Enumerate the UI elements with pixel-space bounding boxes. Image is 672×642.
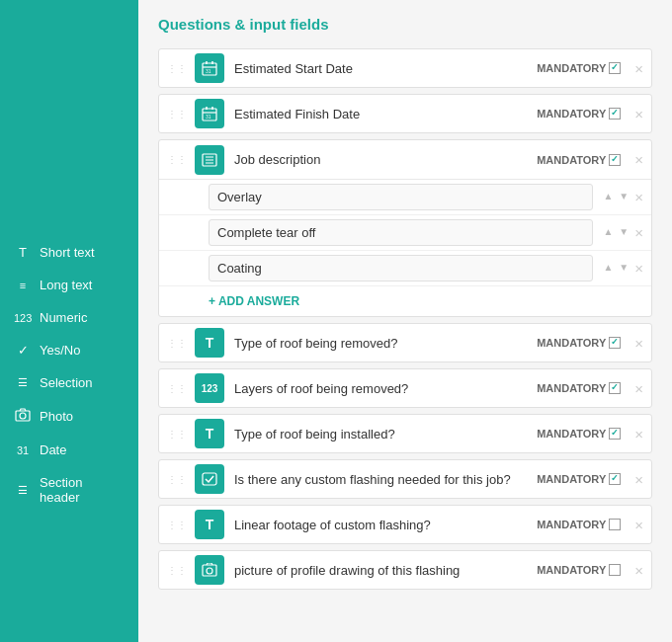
answer-controls: ▲ ▼ × xyxy=(601,261,643,276)
remove-button[interactable]: × xyxy=(634,563,643,578)
answer-input[interactable] xyxy=(209,255,593,281)
mandatory-checkbox[interactable] xyxy=(609,108,621,120)
drag-handle[interactable]: ⋮⋮ xyxy=(167,383,187,394)
drag-handle[interactable]: ⋮⋮ xyxy=(167,474,187,485)
photo-field-icon xyxy=(195,555,224,585)
field-label: Layers of roof being removed? xyxy=(234,381,537,396)
sidebar-item-numeric[interactable]: 123 Numeric xyxy=(0,302,138,333)
question-row: ⋮⋮ Is there any custom flashing needed f… xyxy=(158,459,652,499)
mandatory-badge: MANDATORY xyxy=(537,473,621,485)
question-row: ⋮⋮ 31 Estimated Finish Date MANDATORY × xyxy=(158,94,652,133)
sidebar-item-label: Numeric xyxy=(40,310,87,325)
remove-answer-button[interactable]: × xyxy=(634,225,643,240)
section-header-icon: ☰ xyxy=(14,484,32,497)
long-text-icon: ≡ xyxy=(14,280,32,291)
move-up-button[interactable]: ▲ xyxy=(601,225,615,240)
answer-row: ▲ ▼ × xyxy=(159,180,651,215)
section-title: Questions & input fields xyxy=(158,16,652,33)
sidebar: T Short text ≡ Long text 123 Numeric ✓ Y… xyxy=(0,0,138,642)
drag-handle[interactable]: ⋮⋮ xyxy=(167,565,187,576)
mandatory-checkbox[interactable] xyxy=(609,154,621,166)
question-row: ⋮⋮ T Linear footage of custom flashing? … xyxy=(158,505,652,544)
add-answer-button[interactable]: + ADD ANSWER xyxy=(209,294,643,308)
drag-handle[interactable]: ⋮⋮ xyxy=(167,520,187,530)
remove-button[interactable]: × xyxy=(634,152,643,167)
remove-button[interactable]: × xyxy=(634,472,643,487)
drag-handle[interactable]: ⋮⋮ xyxy=(167,109,187,120)
question-row: ⋮⋮ picture of profile drawing of this fl… xyxy=(158,550,652,590)
mandatory-checkbox[interactable] xyxy=(609,564,621,576)
field-label: Type of roof being installed? xyxy=(234,427,537,441)
question-row: ⋮⋮ 31 Estimated Start Date MANDATORY × xyxy=(158,48,652,88)
mandatory-badge: MANDATORY xyxy=(537,108,621,120)
mandatory-checkbox[interactable] xyxy=(609,382,621,394)
drag-handle[interactable]: ⋮⋮ xyxy=(167,429,187,440)
sidebar-item-label: Section header xyxy=(40,475,125,505)
remove-button[interactable]: × xyxy=(634,427,643,441)
sidebar-item-label: Date xyxy=(40,442,66,457)
mandatory-checkbox[interactable] xyxy=(609,428,621,440)
mandatory-badge: MANDATORY xyxy=(537,428,621,440)
field-label: Estimated Finish Date xyxy=(234,107,537,121)
mandatory-checkbox[interactable] xyxy=(609,473,621,485)
main-content: Questions & input fields ⋮⋮ 31 Estimated… xyxy=(138,0,672,642)
short-text-icon: T xyxy=(14,245,32,260)
sidebar-item-yes-no[interactable]: ✓ Yes/No xyxy=(0,335,138,365)
text-field-icon: T xyxy=(195,328,224,358)
sidebar-item-short-text[interactable]: T Short text xyxy=(0,237,138,268)
selection-icon: ☰ xyxy=(14,376,32,389)
answer-input[interactable] xyxy=(209,184,593,210)
move-down-button[interactable]: ▼ xyxy=(617,261,630,276)
date-icon: 31 xyxy=(14,444,32,456)
answer-input[interactable] xyxy=(209,219,593,246)
drag-handle[interactable]: ⋮⋮ xyxy=(167,338,187,349)
svg-text:31: 31 xyxy=(206,114,211,120)
remove-button[interactable]: × xyxy=(634,61,643,76)
move-down-button[interactable]: ▼ xyxy=(617,190,630,204)
numeric-icon: 123 xyxy=(14,312,32,324)
list-field-icon xyxy=(195,145,224,175)
question-row: ⋮⋮ T Type of roof being installed? MANDA… xyxy=(158,414,652,453)
mandatory-checkbox[interactable] xyxy=(609,519,621,530)
remove-button[interactable]: × xyxy=(634,381,643,396)
date-field-icon: 31 xyxy=(195,53,224,83)
drag-handle[interactable]: ⋮⋮ xyxy=(167,154,187,165)
svg-rect-7 xyxy=(203,473,216,485)
sidebar-item-label: Short text xyxy=(40,245,95,260)
expanded-question: ⋮⋮ Job description MANDATORY × ▲ ▼ × xyxy=(158,139,652,317)
svg-point-1 xyxy=(20,413,26,419)
field-label: Linear footage of custom flashing? xyxy=(234,518,537,532)
sidebar-item-label: Selection xyxy=(40,375,92,390)
drag-handle[interactable]: ⋮⋮ xyxy=(167,63,187,74)
sidebar-item-date[interactable]: 31 Date xyxy=(0,435,138,465)
mandatory-badge: MANDATORY xyxy=(537,564,621,576)
mandatory-checkbox[interactable] xyxy=(609,62,621,74)
remove-button[interactable]: × xyxy=(634,518,643,532)
text-field-icon: T xyxy=(195,419,224,448)
question-header: ⋮⋮ Job description MANDATORY × xyxy=(159,140,651,180)
mandatory-badge: MANDATORY xyxy=(537,337,621,349)
svg-text:31: 31 xyxy=(206,68,211,74)
mandatory-badge: MANDATORY xyxy=(537,382,621,394)
svg-point-9 xyxy=(207,568,212,574)
mandatory-badge: MANDATORY xyxy=(537,154,621,166)
field-label: Job description xyxy=(234,152,537,167)
mandatory-checkbox[interactable] xyxy=(609,337,621,349)
answer-controls: ▲ ▼ × xyxy=(601,225,643,240)
add-answer-section: + ADD ANSWER xyxy=(159,286,651,316)
question-row: ⋮⋮ T Type of roof being removed? MANDATO… xyxy=(158,323,652,362)
yes-no-icon: ✓ xyxy=(14,343,32,358)
remove-answer-button[interactable]: × xyxy=(634,261,643,276)
move-down-button[interactable]: ▼ xyxy=(617,225,630,240)
move-up-button[interactable]: ▲ xyxy=(601,190,615,204)
sidebar-item-section-header[interactable]: ☰ Section header xyxy=(0,467,138,513)
sidebar-item-label: Yes/No xyxy=(40,343,80,358)
sidebar-item-photo[interactable]: Photo xyxy=(0,400,138,433)
field-label: Estimated Start Date xyxy=(234,61,537,76)
remove-button[interactable]: × xyxy=(634,107,643,121)
remove-answer-button[interactable]: × xyxy=(634,190,643,204)
remove-button[interactable]: × xyxy=(634,336,643,351)
sidebar-item-selection[interactable]: ☰ Selection xyxy=(0,367,138,398)
sidebar-item-long-text[interactable]: ≡ Long text xyxy=(0,270,138,300)
move-up-button[interactable]: ▲ xyxy=(601,261,615,276)
